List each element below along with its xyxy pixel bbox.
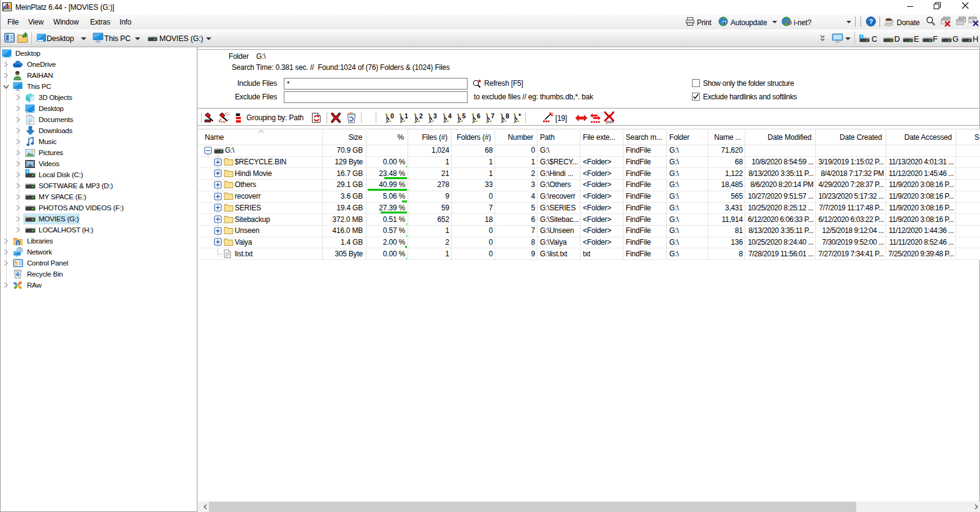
svg-text:2: 2 — [419, 112, 423, 120]
svg-text:0: 0 — [390, 112, 394, 120]
svg-text:6: 6 — [477, 112, 481, 120]
svg-text:*: * — [518, 112, 522, 120]
svg-text:1: 1 — [405, 112, 408, 120]
svg-text:port: port — [606, 120, 613, 124]
svg-text:5: 5 — [462, 112, 466, 120]
svg-text:4: 4 — [448, 112, 452, 120]
svg-text:3: 3 — [433, 112, 437, 120]
svg-text:?: ? — [869, 18, 873, 25]
svg-text:8: 8 — [506, 112, 509, 120]
svg-text:7: 7 — [491, 112, 495, 120]
